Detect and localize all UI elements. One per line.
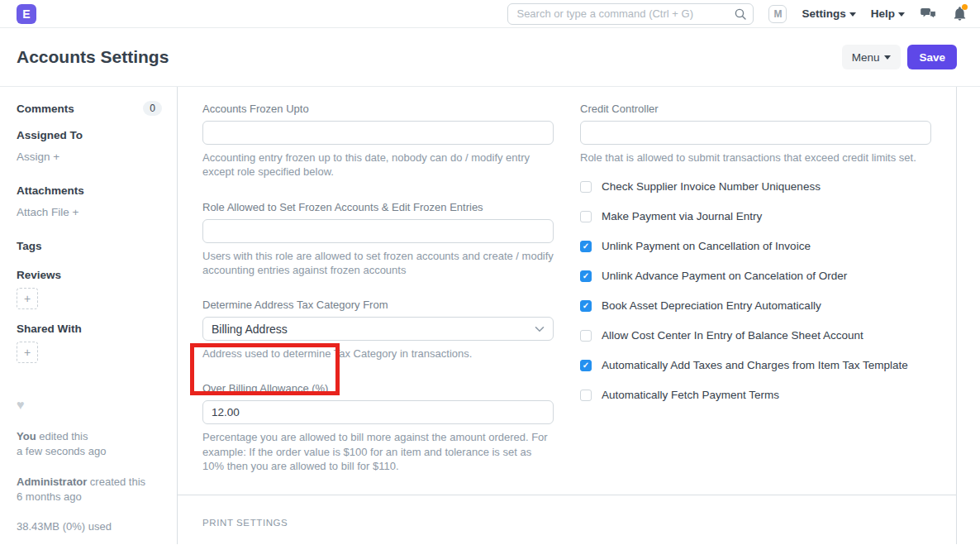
chevron-down-icon [849, 12, 856, 17]
edited-by: You [17, 430, 36, 442]
attachments-heading: Attachments [17, 184, 162, 197]
navbar: E M Settings Help [0, 0, 980, 28]
field-label: Role Allowed to Set Frozen Accounts & Ed… [202, 201, 554, 213]
form-column-left: Accounts Frozen Upto Accounting entry fr… [202, 103, 554, 495]
checkbox-unchecked-icon[interactable] [580, 211, 592, 222]
role-allowed-input[interactable] [202, 219, 554, 243]
created-meta: Administrator created this 6 months ago [17, 475, 162, 504]
field-help: Percentage you are allowed to bill more … [202, 430, 554, 473]
help-menu[interactable]: Help [871, 7, 905, 20]
menu-button[interactable]: Menu [842, 45, 902, 69]
edited-meta: You edited this a few seconds ago [17, 429, 162, 458]
field-label: Accounts Frozen Upto [202, 103, 554, 115]
checkbox-checked-icon[interactable]: ✓ [580, 360, 592, 371]
checkbox-row[interactable]: Automatically Fetch Payment Terms [580, 389, 931, 401]
checkbox-unchecked-icon[interactable] [580, 390, 592, 401]
chat-icon[interactable] [920, 7, 936, 22]
field-over-billing-allowance: Over Billing Allowance (%) Percentage yo… [202, 382, 554, 473]
field-label: Determine Address Tax Category From [202, 299, 554, 311]
settings-menu-label: Settings [802, 7, 845, 20]
settings-checkbox-list: Check Supplier Invoice Number Uniqueness… [580, 180, 931, 401]
form-sidebar: Comments 0 Assigned To Assign + Attachme… [0, 87, 178, 544]
comments-link[interactable]: Comments [17, 103, 74, 115]
checkbox-row[interactable]: ✓Automatically Add Taxes and Charges fro… [580, 359, 931, 371]
global-search [507, 3, 754, 25]
checkbox-row[interactable]: ✓Unlink Advance Payment on Cancelation o… [580, 270, 931, 282]
field-label: Over Billing Allowance (%) [202, 382, 554, 394]
checkbox-label: Automatically Add Taxes and Charges from… [602, 359, 908, 371]
field-help: Address used to determine Tax Category i… [202, 347, 554, 361]
checkbox-row[interactable]: Make Payment via Journal Entry [580, 210, 931, 222]
field-label: Credit Controller [580, 103, 931, 115]
edited-action: edited this [36, 430, 88, 442]
checkbox-label: Unlink Advance Payment on Cancelation of… [602, 270, 847, 282]
field-help: Accounting entry frozen up to this date,… [202, 151, 554, 179]
address-tax-category-select[interactable]: Billing Address [202, 317, 554, 341]
field-address-tax-category: Determine Address Tax Category From Bill… [202, 299, 554, 361]
edited-time: a few seconds ago [17, 445, 106, 457]
checkbox-row[interactable]: Allow Cost Center In Entry of Balance Sh… [580, 329, 931, 342]
field-role-allowed: Role Allowed to Set Frozen Accounts & Ed… [202, 201, 554, 278]
checkbox-row[interactable]: ✓Book Asset Depreciation Entry Automatic… [580, 299, 931, 312]
menu-button-label: Menu [852, 51, 880, 64]
accounts-settings-page: E M Settings Help [0, 0, 980, 545]
notifications-bell-icon[interactable] [951, 7, 968, 22]
reviews-heading: Reviews [17, 269, 162, 281]
field-help: Role that is allowed to submit transacti… [580, 151, 931, 165]
over-billing-allowance-input[interactable] [202, 400, 554, 424]
checkbox-unchecked-icon[interactable] [580, 181, 592, 193]
print-settings-heading: PRINT SETTINGS [202, 518, 931, 528]
credit-controller-input[interactable] [580, 121, 931, 145]
checkbox-label: Check Supplier Invoice Number Uniqueness [602, 180, 821, 193]
assigned-to-heading: Assigned To [17, 129, 162, 141]
assign-button[interactable]: Assign + [17, 151, 59, 163]
checkbox-checked-icon[interactable]: ✓ [580, 241, 592, 252]
print-settings-section: PRINT SETTINGS Show Inclusive Tax In Pri… [202, 495, 931, 545]
search-input[interactable] [507, 3, 754, 25]
chevron-down-icon [535, 326, 545, 332]
created-by: Administrator [17, 476, 87, 488]
checkbox-label: Unlink Payment on Cancellation of Invoic… [602, 240, 811, 252]
select-value: Billing Address [212, 323, 288, 336]
add-share-button[interactable]: + [17, 342, 38, 363]
checkbox-checked-icon[interactable]: ✓ [580, 270, 592, 282]
page-title: Accounts Settings [17, 47, 169, 67]
checkbox-label: Book Asset Depreciation Entry Automatica… [602, 299, 821, 312]
form-area: Accounts Frozen Upto Accounting entry fr… [178, 87, 957, 544]
checkbox-checked-icon[interactable]: ✓ [580, 300, 592, 312]
attach-file-button[interactable]: Attach File + [17, 206, 78, 218]
storage-usage: 38.43MB (0%) used [17, 520, 162, 533]
add-review-button[interactable]: + [17, 288, 38, 309]
comments-count-badge: 0 [143, 101, 162, 116]
field-credit-controller: Credit Controller Role that is allowed t… [580, 103, 931, 165]
like-heart-icon[interactable]: ♥ [17, 398, 162, 413]
checkbox-row[interactable]: ✓Unlink Payment on Cancellation of Invoi… [580, 240, 931, 252]
user-avatar[interactable]: M [768, 5, 787, 23]
tags-heading: Tags [17, 240, 162, 252]
checkbox-row[interactable]: Check Supplier Invoice Number Uniqueness [580, 180, 931, 193]
accounts-frozen-upto-input[interactable] [202, 121, 554, 145]
checkbox-unchecked-icon[interactable] [580, 330, 592, 342]
created-time: 6 months ago [17, 490, 82, 503]
checkbox-label: Automatically Fetch Payment Terms [602, 389, 779, 401]
field-help: Users with this role are allowed to set … [202, 249, 554, 278]
created-action: created this [87, 476, 145, 488]
help-menu-label: Help [871, 7, 895, 20]
search-icon[interactable] [734, 7, 747, 21]
field-accounts-frozen-upto: Accounts Frozen Upto Accounting entry fr… [202, 103, 554, 179]
app-logo[interactable]: E [17, 4, 36, 24]
shared-with-heading: Shared With [17, 323, 162, 335]
form-column-right: Credit Controller Role that is allowed t… [580, 103, 931, 495]
chevron-down-icon [884, 55, 891, 60]
save-button[interactable]: Save [907, 45, 957, 69]
chevron-down-icon [898, 12, 905, 17]
settings-menu[interactable]: Settings [802, 7, 855, 20]
checkbox-label: Make Payment via Journal Entry [602, 210, 762, 222]
checkbox-label: Allow Cost Center In Entry of Balance Sh… [602, 329, 863, 342]
notification-dot [962, 4, 968, 10]
page-head: Accounts Settings Menu Save [0, 28, 980, 87]
